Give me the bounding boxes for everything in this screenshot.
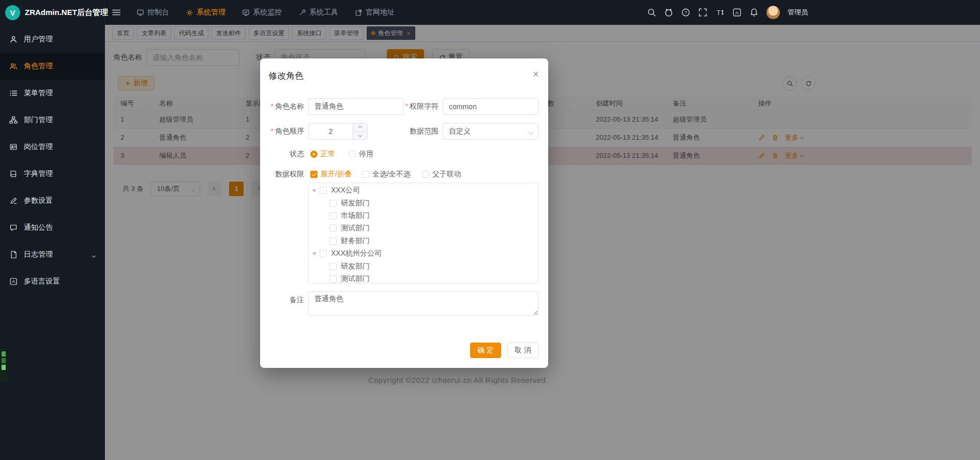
tree-node-label[interactable]: 财务部门 bbox=[341, 236, 370, 246]
fullscreen-icon[interactable] bbox=[698, 8, 707, 17]
tree-node[interactable]: 测试部门 bbox=[309, 273, 538, 284]
field-label-text: 角色名称 bbox=[275, 102, 304, 110]
sidebar-item-menus[interactable]: 菜单管理 bbox=[0, 80, 104, 107]
role-name-field[interactable] bbox=[308, 98, 404, 115]
tree-checkbox[interactable] bbox=[329, 200, 337, 207]
parent-child-link-checkbox[interactable]: 父子联动 bbox=[422, 170, 461, 179]
tree-checkbox[interactable] bbox=[329, 225, 337, 232]
checkbox-icon bbox=[362, 171, 369, 178]
cancel-button[interactable]: 取 消 bbox=[507, 343, 538, 358]
nav-label: 系统监控 bbox=[253, 8, 282, 17]
font-size-icon[interactable]: T bbox=[715, 8, 725, 17]
checkbox-icon bbox=[422, 171, 429, 178]
sidebar-item-users[interactable]: 用户管理 bbox=[0, 26, 104, 53]
nav-item-console[interactable]: 控制台 bbox=[137, 8, 169, 17]
select-all-checkbox[interactable]: 全选/全不选 bbox=[362, 170, 411, 179]
tree-node-label[interactable]: 研发部门 bbox=[341, 262, 370, 271]
gear-icon bbox=[186, 9, 193, 17]
data-scope-field-label: 数据范围 bbox=[404, 127, 443, 136]
nav-item-system-monitor[interactable]: 系统监控 bbox=[242, 8, 282, 17]
data-scope-select[interactable]: 自定义 bbox=[443, 123, 538, 140]
avatar[interactable] bbox=[766, 6, 780, 19]
svg-text:A: A bbox=[735, 10, 739, 16]
sidebar: V ZRAdmin.NET后台管理 用户管理 角色管理 菜单管理 部门管理 岗位… bbox=[0, 0, 105, 460]
sidebar-item-posts[interactable]: 岗位管理 bbox=[0, 133, 104, 160]
confirm-button[interactable]: 确 定 bbox=[470, 343, 501, 358]
nav-item-website[interactable]: 官网地址 bbox=[355, 8, 395, 17]
sidebar-item-label: 多语言设置 bbox=[24, 277, 60, 286]
tree-checkbox[interactable] bbox=[329, 238, 337, 245]
caret-placeholder bbox=[322, 241, 326, 241]
question-icon[interactable]: ? bbox=[681, 8, 690, 17]
field-label-text: 备注 bbox=[290, 295, 304, 304]
tree-node[interactable]: 市场部门 bbox=[309, 210, 538, 222]
caret-placeholder bbox=[322, 266, 326, 266]
corner-widget-bar bbox=[2, 358, 6, 363]
sidebar-item-dictionary[interactable]: 字典管理 bbox=[0, 160, 104, 187]
user-icon bbox=[9, 35, 18, 43]
translate-icon[interactable]: A bbox=[732, 8, 742, 17]
radio-normal[interactable]: 正常 bbox=[310, 150, 335, 159]
tree-node-label[interactable]: 研发部门 bbox=[341, 199, 370, 208]
sidebar-item-logs[interactable]: 日志管理 bbox=[0, 241, 104, 268]
logo-row[interactable]: V ZRAdmin.NET后台管理 bbox=[0, 0, 104, 25]
tree-node-label[interactable]: 测试部门 bbox=[341, 274, 370, 284]
bell-icon[interactable] bbox=[749, 8, 759, 17]
radio-disabled[interactable]: 停用 bbox=[349, 150, 373, 159]
caret-down-icon[interactable] bbox=[312, 253, 316, 255]
log-file-icon bbox=[9, 250, 18, 259]
close-icon[interactable]: × bbox=[533, 69, 539, 79]
search-icon[interactable] bbox=[647, 8, 656, 17]
tree-node[interactable]: XXX公司 bbox=[309, 184, 538, 197]
dashboard-icon bbox=[137, 9, 144, 17]
decrease-button[interactable] bbox=[353, 132, 367, 140]
expand-collapse-checkbox[interactable]: 展开/折叠 bbox=[310, 170, 352, 179]
tree-node-label[interactable]: XXX杭州分公司 bbox=[331, 249, 382, 258]
sidebar-item-label: 日志管理 bbox=[24, 250, 53, 259]
tree-node-label[interactable]: 市场部门 bbox=[341, 211, 370, 220]
tree-checkbox[interactable] bbox=[329, 212, 337, 219]
tree-node-label[interactable]: 测试部门 bbox=[341, 224, 370, 233]
header-actions: ? T A 管理员 bbox=[647, 6, 808, 19]
checkbox-icon bbox=[310, 171, 318, 178]
tree-node[interactable]: XXX杭州分公司 bbox=[309, 247, 538, 260]
github-icon[interactable] bbox=[664, 8, 673, 17]
tree-checkbox[interactable] bbox=[320, 250, 327, 257]
user-name[interactable]: 管理员 bbox=[788, 8, 808, 17]
remark-textarea[interactable]: 普通角色 bbox=[308, 291, 538, 316]
tree-node[interactable]: 研发部门 bbox=[309, 197, 538, 209]
tree-node[interactable]: 研发部门 bbox=[309, 260, 538, 272]
sidebar-item-parameters[interactable]: 参数设置 bbox=[0, 187, 104, 214]
dialog-footer: 确 定 取 消 bbox=[470, 343, 538, 358]
svg-text:T: T bbox=[717, 9, 721, 17]
tree-checkbox[interactable] bbox=[329, 263, 337, 270]
tree-checkbox[interactable] bbox=[320, 187, 327, 194]
tree-checkbox[interactable] bbox=[329, 275, 337, 283]
tree-node-label[interactable]: XXX公司 bbox=[331, 186, 360, 195]
perm-char-field[interactable] bbox=[443, 98, 538, 115]
field-label-text: 数据范围 bbox=[410, 127, 439, 135]
sidebar-menu: 用户管理 角色管理 菜单管理 部门管理 岗位管理 字典管理 参数设置 通知公告 bbox=[0, 26, 104, 295]
dialog-title: 修改角色 bbox=[268, 71, 304, 81]
caret-down-icon[interactable] bbox=[312, 189, 316, 192]
tree-node[interactable]: 财务部门 bbox=[309, 235, 538, 247]
corner-widget[interactable] bbox=[0, 349, 7, 381]
hamburger-icon[interactable] bbox=[112, 8, 121, 17]
dict-book-icon bbox=[9, 170, 18, 178]
sidebar-item-departments[interactable]: 部门管理 bbox=[0, 107, 104, 133]
required-asterisk: * bbox=[271, 102, 274, 110]
sidebar-item-label: 岗位管理 bbox=[24, 142, 53, 152]
nav-label: 系统管理 bbox=[197, 8, 225, 17]
role-order-input[interactable] bbox=[309, 124, 353, 139]
sidebar-item-roles[interactable]: 角色管理 bbox=[0, 53, 104, 80]
tree-node[interactable]: 测试部门 bbox=[309, 222, 538, 234]
required-asterisk: * bbox=[271, 127, 274, 135]
language-icon: A bbox=[9, 277, 18, 286]
nav-item-system-management[interactable]: 系统管理 bbox=[186, 8, 225, 17]
tools-icon bbox=[298, 9, 306, 17]
sidebar-item-notices[interactable]: 通知公告 bbox=[0, 214, 104, 241]
nav-item-system-tools[interactable]: 系统工具 bbox=[298, 8, 338, 17]
field-label-text: 状态 bbox=[290, 150, 304, 158]
increase-button[interactable] bbox=[353, 124, 367, 132]
sidebar-item-languages[interactable]: A 多语言设置 bbox=[0, 268, 104, 295]
